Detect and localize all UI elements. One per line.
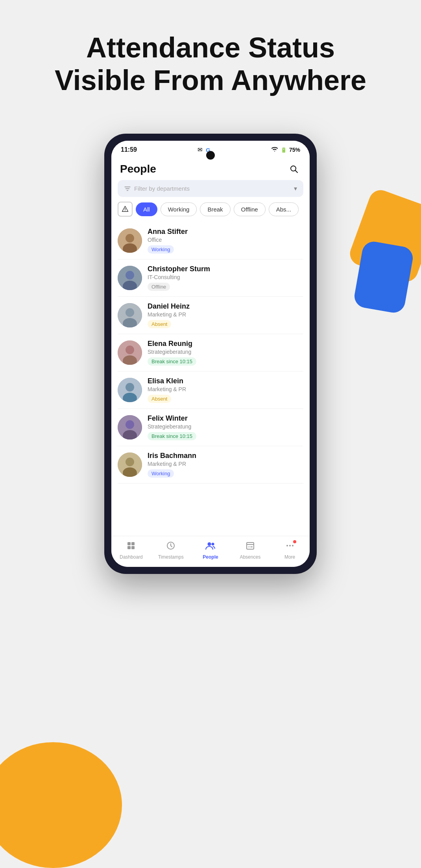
tab-all[interactable]: All (136, 202, 157, 216)
list-item[interactable]: Anna Stifter Office Working (118, 222, 303, 259)
person-name: Elena Reunig (148, 340, 303, 348)
person-name: Daniel Heinz (148, 302, 303, 311)
person-info: Felix Winter Strategieberatung Break sin… (148, 414, 303, 440)
svg-point-17 (126, 383, 134, 392)
svg-point-40 (289, 545, 291, 546)
tab-break[interactable]: Break (200, 202, 230, 216)
svg-point-14 (126, 346, 134, 354)
avatar (118, 452, 142, 477)
search-button[interactable] (287, 162, 301, 176)
status-badge: Offline (148, 283, 170, 291)
tab-offline[interactable]: Offline (234, 202, 266, 216)
svg-line-31 (171, 546, 172, 547)
more-notification-dot (293, 540, 296, 543)
person-dept: Marketing & PR (148, 461, 303, 467)
filter-dropdown-icon: ▾ (294, 185, 297, 192)
nav-label-more: More (284, 554, 295, 560)
person-name: Iris Bachmann (148, 452, 303, 460)
department-filter[interactable]: Filter by departments ▾ (118, 180, 303, 197)
page-headline: Attendance Status Visible From Anywhere (0, 31, 421, 97)
mail-icon: ✉ (198, 146, 203, 153)
phone-screen: 11:59 ✉ G 🔋 75% People (111, 141, 310, 567)
people-icon (205, 541, 216, 553)
nav-item-people[interactable]: People (191, 541, 231, 560)
svg-rect-28 (131, 546, 135, 549)
svg-point-23 (126, 458, 134, 466)
person-info: Iris Bachmann Marketing & PR Working (148, 452, 303, 478)
more-icon (285, 541, 295, 553)
phone-frame: 11:59 ✉ G 🔋 75% People (104, 134, 317, 574)
status-badge: Working (148, 245, 174, 254)
svg-point-41 (292, 545, 294, 546)
list-item[interactable]: Elena Reunig Strategieberatung Break sin… (118, 334, 303, 371)
avatar-image-felix (118, 415, 142, 440)
alert-button[interactable] (118, 202, 133, 217)
nav-item-absences[interactable]: Absences (230, 541, 270, 560)
svg-point-5 (126, 234, 134, 243)
nav-item-timestamps[interactable]: Timestamps (151, 541, 191, 560)
bg-shape-blue (353, 240, 415, 314)
list-item[interactable]: Felix Winter Strategieberatung Break sin… (118, 409, 303, 446)
person-dept: Office (148, 237, 303, 243)
wifi-icon (271, 147, 278, 153)
avatar-image-elisa (118, 378, 142, 402)
list-item[interactable]: Daniel Heinz Marketing & PR Absent (118, 297, 303, 334)
avatar (118, 340, 142, 365)
person-name: Anna Stifter (148, 228, 303, 236)
nav-item-dashboard[interactable]: Dashboard (111, 541, 151, 560)
bottom-nav: Dashboard Timestamps (111, 536, 310, 567)
status-badge: Break since 10:15 (148, 357, 196, 366)
battery-icon: 🔋 (281, 147, 287, 153)
avatar (118, 228, 142, 253)
camera-notch (206, 151, 215, 160)
avatar-image-elena (118, 340, 142, 365)
timestamps-icon (166, 541, 175, 553)
status-badge: Absent (148, 320, 171, 328)
list-item[interactable]: Christopher Sturm IT-Consulting Offline (118, 259, 303, 297)
status-tabs: All Working Break Offline Abs... (111, 202, 310, 222)
dashboard-icon (126, 541, 136, 553)
person-dept: IT-Consulting (148, 274, 303, 280)
svg-point-3 (125, 210, 126, 211)
bg-shape-orange-bottom (0, 742, 122, 868)
person-dept: Strategieberatung (148, 423, 303, 430)
nav-label-timestamps: Timestamps (158, 554, 184, 560)
absences-icon (246, 541, 255, 553)
avatar-image-anna (118, 228, 142, 253)
filter-placeholder: Filter by departments (134, 185, 190, 192)
svg-point-8 (126, 271, 134, 280)
list-item[interactable]: Elisa Klein Marketing & PR Absent (118, 371, 303, 409)
filter-bar: Filter by departments ▾ (111, 180, 310, 202)
status-badge: Working (148, 469, 174, 478)
person-name: Felix Winter (148, 414, 303, 423)
person-info: Elena Reunig Strategieberatung Break sin… (148, 340, 303, 366)
person-info: Elisa Klein Marketing & PR Absent (148, 377, 303, 403)
list-item[interactable]: Iris Bachmann Marketing & PR Working (118, 446, 303, 484)
person-info: Christopher Sturm IT-Consulting Offline (148, 265, 303, 291)
person-dept: Marketing & PR (148, 311, 303, 318)
nav-label-dashboard: Dashboard (120, 554, 143, 560)
avatar-image-daniel (118, 303, 142, 327)
svg-point-11 (126, 308, 134, 317)
nav-item-more[interactable]: More (270, 541, 310, 560)
svg-point-32 (207, 542, 211, 546)
avatar (118, 415, 142, 440)
svg-point-33 (211, 543, 214, 546)
svg-point-39 (286, 545, 288, 546)
nav-label-people: People (203, 554, 218, 560)
svg-point-36 (248, 546, 249, 548)
nav-label-absences: Absences (240, 554, 260, 560)
tab-working[interactable]: Working (161, 202, 197, 216)
tab-absent[interactable]: Abs... (269, 202, 299, 216)
person-info: Daniel Heinz Marketing & PR Absent (148, 302, 303, 328)
svg-rect-34 (247, 542, 254, 549)
status-badge: Absent (148, 395, 171, 403)
people-list: Anna Stifter Office Working Christopher … (111, 222, 310, 536)
status-time: 11:59 (121, 146, 137, 153)
svg-line-1 (295, 171, 298, 173)
avatar-image-iris (118, 452, 142, 477)
battery-label: 75% (289, 147, 300, 153)
status-right-icons: 🔋 75% (271, 147, 300, 153)
svg-rect-26 (131, 542, 135, 545)
svg-point-38 (251, 546, 253, 548)
